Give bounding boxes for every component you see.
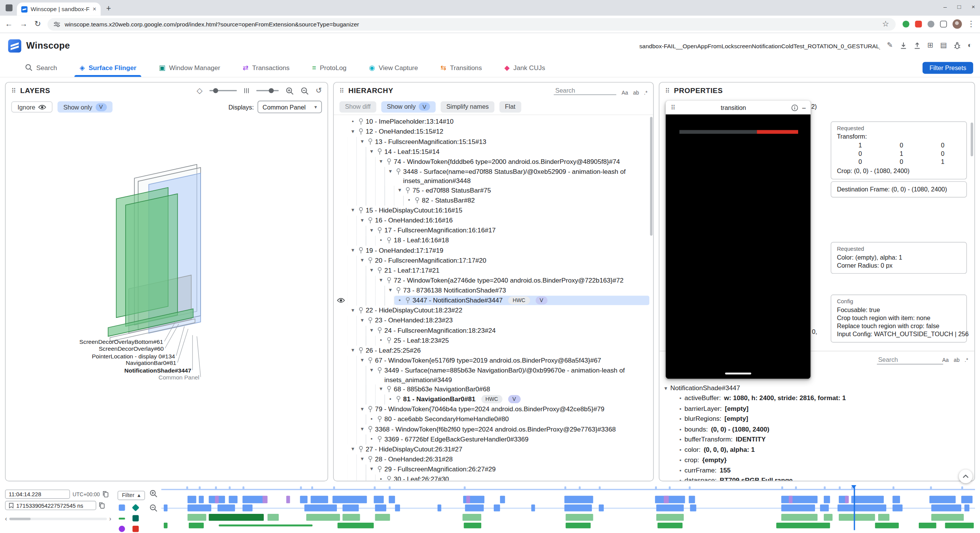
timeline-cursor-handle[interactable] [851,485,856,489]
tree-node-content[interactable]: •30 - Leaf:26:27#30 [376,474,649,481]
tab-close-icon[interactable]: × [93,6,96,13]
trace-segment[interactable] [658,523,683,528]
trace-segment[interactable] [820,505,829,512]
trace-segment[interactable] [961,496,972,504]
tab-search[interactable]: Search [25,58,57,77]
trace-toggle-icon-0[interactable] [119,504,125,510]
tree-node[interactable]: ▾67 - WindowToken{e5176f9 type=2019 andr… [334,356,650,366]
trace-segment[interactable] [343,514,360,521]
tree-node-content[interactable]: ▾3368 - WindowToken{f6b2f60 type=2024 an… [357,425,649,434]
tree-node[interactable]: ▾68 - 885b63e NavigationBar0#68 [334,384,650,394]
trace-segment[interactable] [656,505,684,512]
trace-segment[interactable] [500,496,505,504]
copy-icon[interactable] [102,491,108,498]
trace-segment[interactable] [789,496,792,504]
expand-arrow-icon[interactable]: ▾ [359,404,366,414]
trace-toggle-icon-1[interactable] [132,504,139,511]
tree-node[interactable]: ▾29 - FullscreenMagnification:26:27#29 [334,464,650,474]
browser-tab[interactable]: Winscope | sandbox-FAIl × [17,3,101,16]
tree-node-content[interactable]: ▾21 - Leaf:17:17#21 [366,266,650,275]
leaf-dot-icon[interactable]: • [368,414,375,423]
upload-icon[interactable] [913,42,920,49]
leaf-dot-icon[interactable]: • [406,196,413,205]
pin-icon[interactable] [386,276,392,284]
pin-icon[interactable] [368,316,373,324]
expand-arrow-icon[interactable]: ▾ [368,226,375,235]
pin-icon[interactable] [377,366,383,374]
expand-arrow-icon[interactable]: ▾ [368,366,375,375]
tree-node[interactable]: ▾3449 - Surface(name=885b63e NavigationB… [334,366,650,384]
expand-arrow-icon[interactable]: ▾ [359,455,366,464]
expand-arrow-icon[interactable]: ▾ [377,384,384,394]
leaf-dot-icon[interactable]: • [350,117,356,126]
trace-segment[interactable] [375,514,390,521]
properties-root-node[interactable]: ▾ NotificationShade#3447 [665,383,972,393]
tree-node-content[interactable]: ▾20 - FullscreenMagnification:17:17#20 [357,256,649,265]
match-word-icon[interactable]: ab [633,90,639,95]
trace-segment[interactable] [776,523,830,528]
tree-node-content[interactable]: •25 - Leaf:18:23#25 [376,336,649,345]
expand-arrow-icon[interactable]: ▾ [350,127,356,136]
tree-node-content[interactable]: ▾73 - 8736138 NotificationShade#73 [385,286,650,295]
tree-node-content[interactable]: ▾74 - WindowToken{fdddbe6 type=2000 andr… [376,157,649,166]
flat-toggle[interactable]: Flat [499,101,521,112]
side-panel-icon[interactable] [940,21,947,28]
tree-node-content[interactable]: ▾14 - Leaf:15:15#14 [366,147,650,156]
trace-segment[interactable] [892,505,902,512]
layer-label[interactable]: ScreenDecorOverlay#60 [99,345,164,352]
properties-scrollbar[interactable] [971,123,973,156]
show-only-toggle[interactable]: Show only V [381,101,436,112]
property-row[interactable]: •bufferTransform: IDENTITY [665,435,972,445]
pin-icon[interactable] [405,296,411,304]
trace-segment[interactable] [566,514,593,521]
trace-toggle-icon-2[interactable] [119,517,125,519]
layer-label[interactable]: ScreenDecorOverlayBottom#61 [79,338,163,345]
ns-time-field[interactable]: 1715339054227572545 ns [5,501,96,510]
window-close-icon[interactable]: × [972,3,975,10]
spacing-slider[interactable] [256,90,279,91]
pin-icon[interactable] [377,435,383,443]
property-row[interactable]: •bounds: (0, 0) - (1080, 2400) [665,424,972,435]
info-icon[interactable] [792,104,799,111]
trace-segment[interactable] [945,523,974,528]
pin-icon[interactable] [368,425,373,433]
trace-segment[interactable] [300,496,308,504]
window-maximize-icon[interactable]: □ [957,3,961,10]
tree-node-content[interactable]: •81 - NavigationBar0#81HWCV [385,394,650,404]
match-case-icon[interactable]: Aa [942,358,949,363]
expand-arrow-icon[interactable]: ▾ [387,167,394,176]
tree-node[interactable]: ▾73 - 8736138 NotificationShade#73 [334,286,650,296]
pin-icon[interactable] [377,464,383,473]
expand-arrow-icon[interactable]: ▾ [359,216,366,225]
tree-node[interactable]: •81 - NavigationBar0#81HWCV [334,394,650,404]
expand-arrow-icon[interactable]: ▾ [368,147,375,156]
trace-segment[interactable] [494,505,500,512]
trace-segment[interactable] [438,505,441,512]
tree-node-content[interactable]: ▾26 - Leaf:25:25#26 [348,346,650,355]
pin-icon[interactable] [368,137,373,145]
tree-node[interactable]: ▾15 - HideDisplayCutout:16:16#15 [334,206,650,216]
layer-rect[interactable] [126,194,178,326]
trace-segment[interactable] [690,505,696,512]
leaf-dot-icon[interactable]: • [377,474,384,481]
browser-menu-icon[interactable]: ⋮ [967,20,975,28]
rotation-slider[interactable] [209,90,237,91]
zoom-in-icon[interactable] [286,87,294,95]
trace-segment[interactable] [215,496,219,504]
display-select[interactable]: Common Panel ▾ [258,101,322,113]
tab-window-manager[interactable]: ▣Window Manager [159,58,220,77]
trace-segment[interactable] [389,496,395,504]
property-row[interactable]: •blurRegions: [empty] [665,414,972,424]
trace-segment[interactable] [564,505,592,512]
expand-arrow-icon[interactable]: ▾ [359,256,366,265]
tree-node-content[interactable]: ▾17 - FullscreenMagnification:16:16#17 [366,226,650,235]
match-case-icon[interactable]: Aa [622,90,628,95]
tree-node[interactable]: •10 - ImePlaceholder:13:14#10 [334,117,650,127]
zoom-out-icon[interactable] [301,87,309,95]
download-icon[interactable] [900,42,906,49]
trace-segment[interactable] [465,505,484,512]
tab-protolog[interactable]: ≡ProtoLog [312,58,346,77]
expand-arrow-icon[interactable]: ▾ [396,186,403,195]
trace-segment[interactable] [263,496,268,504]
pin-icon[interactable] [377,226,383,234]
